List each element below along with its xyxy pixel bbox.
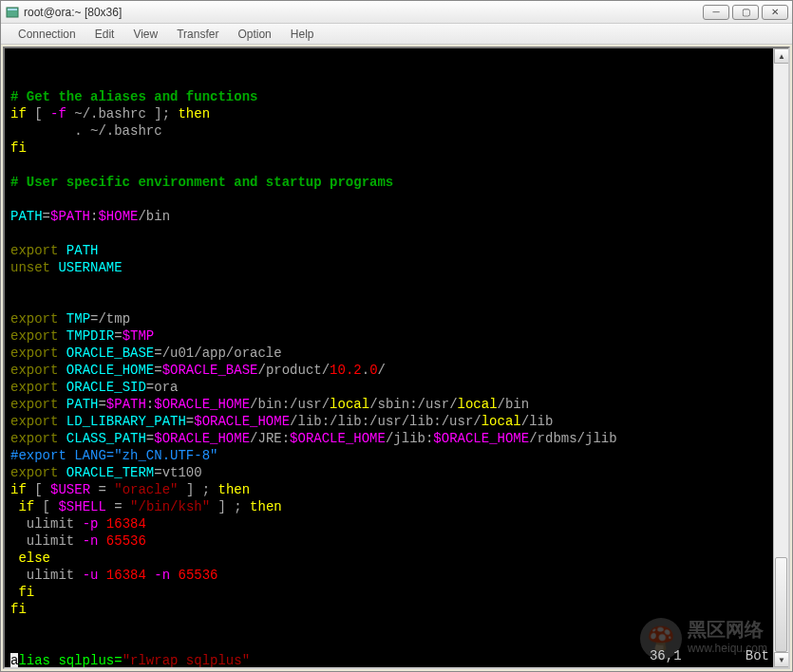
- maximize-button[interactable]: ▢: [732, 5, 759, 20]
- menu-help[interactable]: Help: [281, 26, 324, 43]
- titlebar[interactable]: root@ora:~ [80x36] ─ ▢ ✕: [1, 1, 792, 24]
- app-icon: [5, 5, 20, 20]
- scroll-up-button[interactable]: ▲: [774, 48, 789, 64]
- app-window: root@ora:~ [80x36] ─ ▢ ✕ Connection Edit…: [0, 0, 793, 672]
- terminal[interactable]: # Get the aliases and functions if [ -f …: [5, 48, 788, 669]
- scroll-track[interactable]: [774, 64, 788, 652]
- svg-rect-1: [8, 9, 17, 10]
- kw-if: if: [10, 106, 27, 121]
- vim-status: 36,1 Bot: [650, 648, 769, 663]
- scrollbar[interactable]: ▲ ▼: [773, 48, 788, 667]
- scroll-down-button[interactable]: ▼: [774, 652, 789, 667]
- terminal-container: # Get the aliases and functions if [ -f …: [3, 47, 790, 669]
- comment-line: # Get the aliases and functions: [10, 89, 257, 104]
- kw-fi: fi: [10, 140, 27, 156]
- menu-option[interactable]: Option: [228, 26, 280, 43]
- blank-line: [10, 72, 18, 87]
- window-title: root@ora:~ [80x36]: [24, 6, 703, 19]
- menu-connection[interactable]: Connection: [9, 26, 85, 43]
- comment-line: #export LANG="zh_CN.UTF-8": [10, 448, 217, 463]
- close-button[interactable]: ✕: [762, 5, 788, 20]
- scroll-thumb[interactable]: [775, 557, 787, 652]
- menu-edit[interactable]: Edit: [85, 26, 124, 43]
- menu-transfer[interactable]: Transfer: [167, 26, 228, 43]
- minimize-button[interactable]: ─: [703, 5, 729, 20]
- window-controls: ─ ▢ ✕: [703, 5, 788, 20]
- comment-line: # User specific environment and startup …: [10, 175, 393, 190]
- menubar: Connection Edit View Transfer Option Hel…: [1, 24, 792, 45]
- menu-view[interactable]: View: [123, 26, 167, 43]
